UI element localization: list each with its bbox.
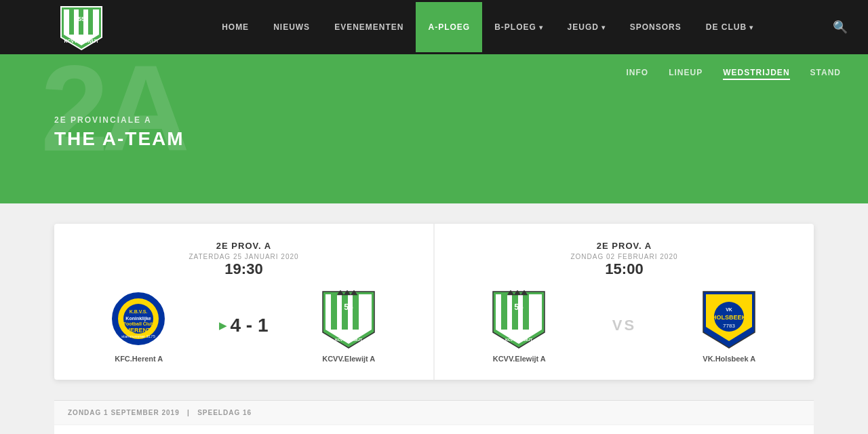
nav-item-evenementen[interactable]: EVENEMENTEN — [322, 2, 416, 52]
hero-section: INFO LINEUP WEDSTRIJDEN STAND 2A 2E PROV… — [0, 54, 868, 203]
match-1-time: 19:30 — [75, 260, 413, 278]
svg-rect-27 — [523, 294, 529, 330]
match-1-home-crest: K.B.V.S. Koninklijke Football Club HEREN… — [108, 288, 170, 349]
svg-text:stamnummer 3175: stamnummer 3175 — [121, 334, 156, 338]
svg-text:KCVV.ELEWIJT: KCVV.ELEWIJT — [64, 39, 99, 43]
svg-text:KCVV.ELEWIJT: KCVV.ELEWIJT — [335, 338, 363, 342]
match-card-1: 2E PROV. A ZATERDAG 25 JANUARI 2020 19:3… — [54, 224, 434, 380]
match-1-home-team: K.B.V.S. Koninklijke Football Club HEREN… — [75, 288, 203, 363]
match-2-score: VS — [597, 317, 652, 334]
svg-text:Koninklijke: Koninklijke — [126, 316, 151, 321]
result-speeldag-1: SPEELDAG 16 — [197, 409, 252, 416]
score-arrow: ▶ — [219, 320, 226, 331]
nav-menu: HOME NIEUWS EVENEMENTEN A-PLOEG B-PLOEG … — [149, 2, 826, 52]
result-date-1: ZONDAG 1 SEPTEMBER 2019 — [68, 409, 180, 416]
svg-rect-25 — [501, 294, 507, 330]
match-1-teams: K.B.V.S. Koninklijke Football Club HEREN… — [75, 288, 413, 363]
nav-item-aploeg[interactable]: A-PLOEG — [416, 2, 482, 52]
navbar: 55 KCVV.ELEWIJT HOME NIEUWS EVENEMENTEN … — [0, 0, 868, 54]
match-2-home-crest: 55 KCVV.ELEWIJT — [489, 288, 550, 349]
vs-text: VS — [612, 317, 636, 334]
match-1-away-crest: 55 KCVV.ELEWIJT — [318, 288, 379, 349]
svg-rect-18 — [342, 294, 348, 330]
svg-text:55: 55 — [515, 302, 524, 312]
nav-item-bploeg[interactable]: B-PLOEG — [482, 2, 555, 52]
match-cards-container: 2E PROV. A ZATERDAG 25 JANUARI 2020 19:3… — [54, 224, 814, 380]
nav-item-declub[interactable]: DE CLUB — [694, 2, 766, 52]
svg-text:Football Club: Football Club — [123, 321, 154, 326]
nav-item-home[interactable]: HOME — [210, 2, 261, 52]
match-2-teams: 55 KCVV.ELEWIJT KCVV.Elewijt A VS — [455, 288, 793, 363]
main-content: 2E PROV. A ZATERDAG 25 JANUARI 2020 19:3… — [0, 203, 868, 434]
match-2-home-name: KCVV.Elewijt A — [493, 355, 546, 363]
svg-text:VK: VK — [726, 307, 732, 312]
match-1-date: ZATERDAG 25 JANUARI 2020 — [75, 253, 413, 260]
match-card-2: 2E PROV. A ZONDAG 02 FEBRUARI 2020 15:00… — [435, 224, 814, 380]
nav-item-sponsors[interactable]: SPONSORS — [618, 2, 694, 52]
match-1-score: ▶ 4 - 1 — [217, 315, 271, 336]
nav-item-nieuws[interactable]: NIEUWS — [261, 2, 322, 52]
hero-subtitle: 2E PROVINCIALE A — [54, 115, 814, 125]
match-2-away-team: VK HOLSBEEK 7783 VK.Holsbeek A — [665, 288, 794, 363]
match-1-away-team: 55 KCVV.ELEWIJT KCVV.Elewijt A — [285, 288, 414, 363]
match-2-date: ZONDAG 02 FEBRUARI 2020 — [455, 253, 793, 260]
svg-text:55: 55 — [344, 302, 353, 312]
subnav-wedstrijden[interactable]: WEDSTRIJDEN — [723, 68, 789, 80]
match-2-home-team: 55 KCVV.ELEWIJT KCVV.Elewijt A — [455, 288, 584, 363]
match-2-competition: 2E PROV. A — [455, 241, 793, 251]
match-1-away-name: KCVV.Elewijt A — [322, 355, 375, 363]
subnav-info[interactable]: INFO — [627, 68, 649, 80]
svg-text:HERENT: HERENT — [126, 327, 152, 334]
results-list: ZONDAG 1 SEPTEMBER 2019 | SPEELDAG 16 KC… — [54, 400, 814, 434]
subnav-stand[interactable]: STAND — [810, 68, 841, 80]
svg-marker-29 — [507, 290, 528, 295]
subnav-lineup[interactable]: LINEUP — [669, 68, 703, 80]
svg-rect-2 — [69, 9, 74, 35]
score-value: 4 - 1 — [230, 315, 268, 336]
result-row-1: KCVV.Elewijt A 55 3 - 0 FC FC.Averbode-O… — [54, 425, 814, 434]
match-2-away-name: VK.Holsbeek A — [703, 355, 755, 363]
result-date-bar-1: ZONDAG 1 SEPTEMBER 2019 | SPEELDAG 16 — [54, 400, 814, 425]
svg-rect-4 — [88, 9, 93, 35]
svg-text:55: 55 — [77, 16, 84, 22]
svg-marker-21 — [337, 290, 357, 295]
svg-rect-19 — [353, 294, 359, 330]
logo[interactable]: 55 KCVV.ELEWIJT — [14, 3, 149, 51]
svg-text:7783: 7783 — [723, 323, 735, 329]
svg-text:HOLSBEEK: HOLSBEEK — [712, 314, 747, 321]
hero-title: THE A-TEAM — [54, 128, 814, 150]
match-2-away-crest: VK HOLSBEEK 7783 — [698, 288, 760, 349]
match-1-competition: 2E PROV. A — [75, 241, 413, 251]
sub-nav: INFO LINEUP WEDSTRIJDEN STAND — [627, 68, 841, 80]
search-icon[interactable]: 🔍 — [826, 20, 854, 35]
hero-bg-text: 2A — [41, 54, 183, 170]
nav-item-jeugd[interactable]: JEUGD — [555, 2, 618, 52]
match-2-time: 15:00 — [455, 260, 793, 278]
svg-rect-17 — [331, 294, 337, 330]
svg-text:K.B.V.S.: K.B.V.S. — [130, 309, 148, 314]
svg-rect-26 — [512, 294, 518, 330]
match-1-home-name: KFC.Herent A — [115, 355, 163, 363]
svg-text:KCVV.ELEWIJT: KCVV.ELEWIJT — [505, 338, 533, 342]
